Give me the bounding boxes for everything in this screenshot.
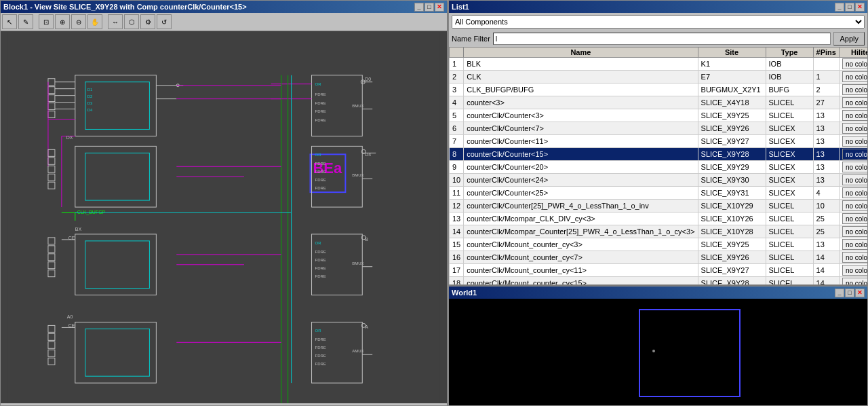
hilited-color-select[interactable]: no color [842,226,867,237]
row-type: BUFG [766,84,813,96]
hilited-color-select[interactable]: no color [842,136,867,147]
row-pins: 14 [813,277,839,285]
col-site[interactable]: Site [698,48,766,58]
table-row[interactable]: 18counterClk/Mcount_counter_cy<15>SLICE_… [450,277,868,285]
table-row[interactable]: 10counterClk/Counter<24>SLICE_X9Y30SLICE… [450,174,868,187]
row-type: SLICEL [766,264,813,277]
world1-title-bar: World1 _ □ ✕ [449,287,867,299]
row-pins: 2 [813,84,839,96]
hilited-color-select[interactable]: no color [842,200,867,211]
hilited-color-select[interactable]: no color [842,123,867,134]
row-hilited: no color [839,135,867,148]
table-row[interactable]: 3CLK_BUFGP/BUFGBUFGMUX_X2Y1BUFG2no color [450,84,868,96]
table-row[interactable]: 9counterClk/Counter<20>SLICE_X9Y29SLICEX… [450,161,868,174]
highlight-btn[interactable]: ⬡ [124,14,139,29]
edit-tool-btn[interactable]: ✎ [18,14,33,29]
pan-btn[interactable]: ✋ [87,14,102,29]
refresh-btn[interactable]: ↺ [157,14,172,29]
row-site: SLICE_X9Y31 [698,187,766,200]
component-table: Name Site Type #Pins Hilited 1BLKK1IOBno… [449,47,867,284]
row-pins: 13 [813,161,839,174]
row-num: 14 [450,225,464,238]
hilited-color-select[interactable]: no color [842,110,867,121]
table-row[interactable]: 13counterClk/Mcompar_CLK_DIV_cy<3>SLICE_… [450,213,868,225]
svg-text:FDRE: FDRE [315,109,326,113]
svg-text:FDRE: FDRE [315,101,326,105]
svg-text:B: B [365,237,368,242]
hilited-color-select[interactable]: no color [842,71,867,82]
filter-btn[interactable]: ⚙ [140,14,155,29]
hilited-color-select[interactable]: no color [842,174,867,185]
row-num: 17 [450,264,464,277]
svg-text:OR: OR [315,82,322,86]
hilited-color-select[interactable]: no color [842,58,867,69]
zoom-in-btn[interactable]: ⊕ [55,14,70,29]
world-viewport[interactable] [639,309,741,397]
table-row[interactable]: 1BLKK1IOBno color [450,58,868,71]
table-row[interactable]: 7counterClk/Counter<11>SLICE_X9Y27SLICEX… [450,135,868,148]
hilited-color-select[interactable]: no color [842,252,867,263]
world1-window-controls: _ □ ✕ [835,289,865,297]
hilited-color-select[interactable]: no color [842,149,867,160]
name-filter-input[interactable] [493,33,831,45]
col-pins[interactable]: #Pins [813,48,839,58]
table-row[interactable]: 2CLKE7IOB1no color [450,71,868,84]
table-row[interactable]: 4counter<3>SLICE_X4Y18SLICEL27no color [450,96,868,109]
row-hilited: no color [839,109,867,122]
table-row[interactable]: 8counterClk/Counter<15>SLICE_X9Y28SLICEX… [450,148,868,161]
svg-text:FDRE: FDRE [315,362,326,366]
table-row[interactable]: 6counterClk/Counter<7>SLICE_X9Y26SLICEX1… [450,122,868,135]
world1-maximize-btn[interactable]: □ [845,289,854,297]
table-row[interactable]: 5counterClk/Counter<3>SLICE_X9Y25SLICEL1… [450,109,868,122]
hilited-color-select[interactable]: no color [842,278,867,284]
row-site: SLICE_X9Y28 [698,277,766,285]
hilited-color-select[interactable]: no color [842,187,867,198]
world1-close-btn[interactable]: ✕ [855,289,865,297]
list1-minimize-btn[interactable]: _ [835,3,844,12]
hilited-color-select[interactable]: no color [842,84,867,95]
hilited-color-select[interactable]: no color [842,162,867,172]
component-filter-dropdown[interactable]: All Components [452,15,865,29]
hilited-color-select[interactable]: no color [842,265,867,276]
world-canvas[interactable] [449,299,867,405]
component-table-container[interactable]: Name Site Type #Pins Hilited 1BLKK1IOBno… [449,47,867,284]
row-num: 9 [450,161,464,174]
col-hilited[interactable]: Hilited [839,48,867,58]
schematic-canvas[interactable]: D1 D2 D3 D4 OR FDRE FDRE FDRE FDRE D0 BM… [1,31,447,403]
row-site: SLICE_X10Y26 [698,213,766,225]
row-type: SLICEX [766,174,813,187]
col-name[interactable]: Name [464,48,698,58]
world1-minimize-btn[interactable]: _ [835,289,844,297]
col-type[interactable]: Type [766,48,813,58]
row-name: counterClk/Counter<24> [464,174,698,187]
row-hilited: no color [839,187,867,200]
block1-minimize-btn[interactable]: _ [414,3,424,12]
hilited-color-select[interactable]: no color [842,239,867,250]
hilited-color-select[interactable]: no color [842,97,867,108]
row-pins: 13 [813,109,839,122]
row-num: 12 [450,200,464,213]
row-type: IOB [766,58,813,71]
svg-text:FDRE: FDRE [315,170,326,174]
block1-maximize-btn[interactable]: □ [425,3,434,12]
row-name: counterClk/Counter<3> [464,109,698,122]
block1-close-btn[interactable]: ✕ [435,3,444,12]
row-num: 1 [450,58,464,71]
apply-filter-btn[interactable]: Apply [833,32,865,45]
table-row[interactable]: 17counterClk/Mcount_counter_cy<11>SLICE_… [450,264,868,277]
select-tool-btn[interactable]: ↖ [2,14,17,29]
zoom-fit-btn[interactable]: ⊡ [39,14,54,29]
table-row[interactable]: 16counterClk/Mcount_counter_cy<7>SLICE_X… [450,251,868,264]
table-row[interactable]: 11counterClk/Counter<25>SLICE_X9Y31SLICE… [450,187,868,200]
table-row[interactable]: 12counterClk/Counter[25]_PWR_4_o_LessTha… [450,200,868,213]
row-num: 4 [450,96,464,109]
list1-maximize-btn[interactable]: □ [845,3,854,12]
row-hilited: no color [839,161,867,174]
hilited-color-select[interactable]: no color [842,213,867,224]
table-row[interactable]: 15counterClk/Mcount_counter_cy<3>SLICE_X… [450,238,868,251]
list1-close-btn[interactable]: ✕ [855,3,865,12]
list1-content: All Components Name Filter Apply Name Si… [449,13,867,284]
route-btn[interactable]: ↔ [108,14,123,29]
table-row[interactable]: 14counterClk/Mcompar_Counter[25]_PWR_4_o… [450,225,868,238]
zoom-out-btn[interactable]: ⊖ [71,14,86,29]
